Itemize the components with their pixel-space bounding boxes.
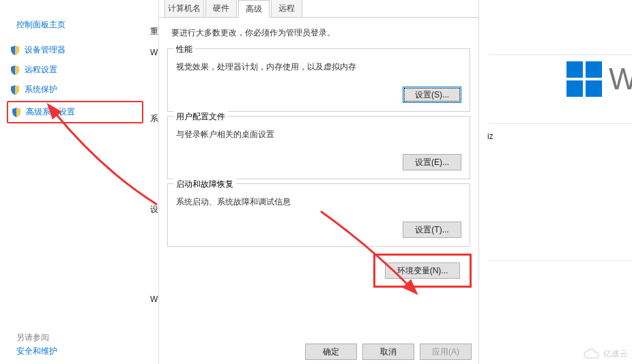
control-panel-sidebar: 控制面板主页 设备管理器 远程设置 系统保护 高级系统设置 另请参阅 安全和维护: [0, 0, 150, 364]
system-properties-dialog: 计算机名 硬件 高级 远程 要进行大多数更改，你必须作为管理员登录。 性能 视觉…: [158, 0, 479, 364]
nav-label: 系统保护: [25, 84, 57, 95]
tab-remote[interactable]: 远程: [271, 0, 302, 17]
control-panel-home-link[interactable]: 控制面板主页: [0, 14, 150, 36]
group-desc: 系统启动、系统故障和调试信息: [176, 196, 461, 208]
group-desc: 视觉效果，处理器计划，内存使用，以及虚拟内存: [176, 61, 461, 73]
group-legend: 用户配置文件: [173, 111, 228, 123]
group-legend: 性能: [173, 44, 195, 55]
windows-logo-icon: [566, 61, 602, 97]
admin-intro-text: 要进行大多数更改，你必须作为管理员登录。: [159, 18, 478, 44]
dialog-button-row: 确定 取消 应用(A): [305, 344, 472, 360]
shield-icon: [11, 107, 22, 118]
tab-computer-name[interactable]: 计算机名: [164, 0, 204, 17]
env-var-highlight: 环境变量(N)...: [373, 254, 472, 288]
group-desc: 与登录帐户相关的桌面设置: [176, 129, 461, 140]
performance-settings-button[interactable]: 设置(S)...: [403, 87, 461, 103]
group-legend: 启动和故障恢复: [173, 179, 236, 190]
see-also-security-link[interactable]: 安全和维护: [16, 346, 57, 357]
nav-label: 高级系统设置: [26, 106, 75, 118]
profile-settings-button[interactable]: 设置(E)...: [403, 154, 461, 170]
tab-advanced[interactable]: 高级: [238, 0, 270, 18]
sidebar-item-advanced-settings[interactable]: 高级系统设置: [11, 105, 142, 119]
tab-hardware[interactable]: 硬件: [205, 0, 237, 17]
truncated-text: iz: [487, 132, 493, 141]
performance-group: 性能 视觉效果，处理器计划，内存使用，以及虚拟内存 设置(S)...: [167, 48, 470, 112]
shield-icon: [10, 45, 20, 56]
watermark: 亿速云: [583, 348, 628, 360]
ok-button[interactable]: 确定: [305, 344, 357, 360]
cancel-button[interactable]: 取消: [362, 344, 414, 360]
user-profile-group: 用户配置文件 与登录帐户相关的桌面设置 设置(E)...: [167, 116, 470, 179]
cloud-icon: [583, 348, 601, 360]
apply-button[interactable]: 应用(A): [420, 344, 472, 360]
windows-text: Wi: [609, 62, 632, 96]
shield-icon: [10, 65, 20, 76]
sidebar-item-device-manager[interactable]: 设备管理器: [0, 40, 150, 60]
startup-recovery-group: 启动和故障恢复 系统启动、系统故障和调试信息 设置(T)...: [167, 183, 470, 247]
sidebar-item-advanced-highlight: 高级系统设置: [7, 101, 143, 123]
see-also-label: 另请参阅: [16, 332, 49, 344]
shield-icon: [10, 85, 20, 95]
system-info-right: [479, 0, 632, 364]
nav-label: 设备管理器: [25, 44, 66, 56]
sidebar-item-remote-settings[interactable]: 远程设置: [0, 60, 150, 80]
sidebar-item-system-protection[interactable]: 系统保护: [0, 80, 150, 100]
nav-label: 远程设置: [25, 64, 57, 76]
windows-logo: Wi: [566, 61, 632, 97]
environment-variables-button[interactable]: 环境变量(N)...: [385, 262, 460, 279]
tab-strip: 计算机名 硬件 高级 远程: [159, 0, 478, 18]
startup-settings-button[interactable]: 设置(T)...: [403, 222, 461, 238]
